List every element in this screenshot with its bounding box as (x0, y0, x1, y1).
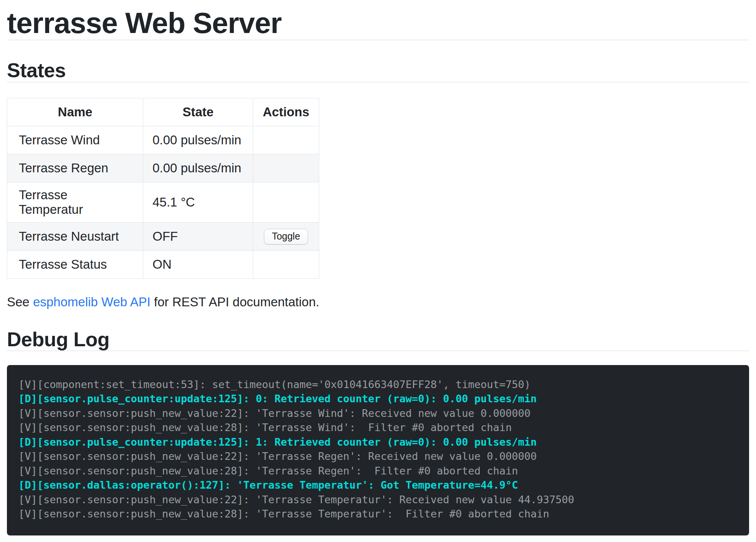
state-value-cell: 45.1 °C (143, 182, 253, 222)
actions-cell (253, 182, 319, 222)
state-value-cell: 0.00 pulses/min (143, 154, 253, 182)
log-line: [D][sensor.pulse_counter:update:125]: 1:… (18, 435, 738, 449)
table-row: Terrasse Regen0.00 pulses/min (7, 154, 319, 182)
table-row: Terrasse Temperatur45.1 °C (7, 182, 319, 222)
debug-log-heading: Debug Log (7, 329, 749, 350)
state-value-cell: 0.00 pulses/min (143, 126, 253, 154)
log-line: [D][sensor.dallas:operator():127]: 'Terr… (18, 478, 738, 492)
debug-console: [V][component:set_timeout:53]: set_timeo… (7, 365, 749, 535)
log-line: [V][sensor.sensor:push_new_value:22]: 'T… (18, 492, 738, 507)
states-divider (7, 82, 749, 83)
log-line: [V][component:set_timeout:53]: set_timeo… (18, 377, 738, 392)
actions-cell: Toggle (253, 222, 319, 250)
state-name-cell: Terrasse Wind (7, 126, 143, 154)
state-name-cell: Terrasse Status (7, 250, 143, 278)
log-line: [V][sensor.sensor:push_new_value:28]: 'T… (18, 464, 738, 478)
state-name-cell: Terrasse Regen (7, 154, 143, 182)
log-line: [V][sensor.sensor:push_new_value:28]: 'T… (18, 420, 738, 435)
actions-cell (253, 126, 319, 154)
log-line: [D][sensor.pulse_counter:update:125]: 0:… (18, 392, 738, 406)
table-row: Terrasse NeustartOFFToggle (7, 222, 319, 250)
api-note-prefix: See (7, 295, 33, 309)
col-header-actions: Actions (253, 98, 319, 126)
log-line: [V][sensor.sensor:push_new_value:28]: 'T… (18, 507, 738, 521)
state-name-cell: Terrasse Neustart (7, 222, 143, 250)
state-value-cell: OFF (143, 222, 253, 250)
table-row: Terrasse StatusON (7, 250, 319, 278)
states-heading: States (7, 59, 749, 81)
table-row: Terrasse Wind0.00 pulses/min (7, 126, 319, 154)
log-line: [V][sensor.sensor:push_new_value:22]: 'T… (18, 449, 738, 464)
state-value-cell: ON (143, 250, 253, 278)
title-divider (7, 40, 749, 40)
state-name-cell: Terrasse Temperatur (7, 182, 143, 222)
api-note-suffix: for REST API documentation. (151, 295, 320, 309)
api-note: See esphomelib Web API for REST API docu… (7, 295, 749, 309)
actions-cell (253, 154, 319, 182)
toggle-button[interactable]: Toggle (264, 229, 308, 245)
esphomelib-web-api-link[interactable]: esphomelib Web API (33, 295, 151, 309)
log-line: [V][sensor.sensor:push_new_value:22]: 'T… (18, 406, 738, 421)
col-header-name: Name (7, 98, 143, 126)
states-table: Name State Actions Terrasse Wind0.00 pul… (7, 98, 319, 279)
debug-divider (7, 350, 749, 351)
table-header-row: Name State Actions (7, 98, 319, 126)
page: terrasse Web Server States Name State Ac… (0, 0, 756, 542)
col-header-state: State (143, 98, 253, 126)
page-title: terrasse Web Server (7, 6, 749, 40)
actions-cell (253, 250, 319, 278)
